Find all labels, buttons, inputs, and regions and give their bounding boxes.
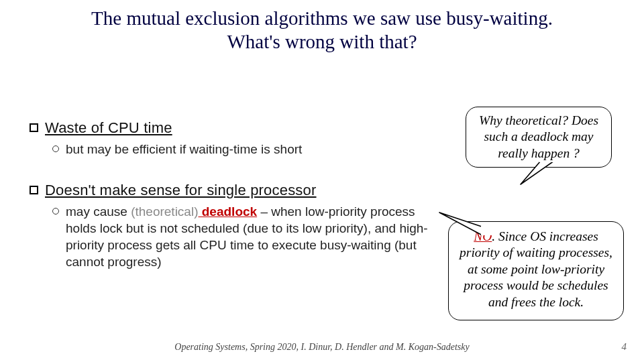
bullet-item: Waste of CPU time [30, 119, 429, 137]
text-fragment: may cause [66, 204, 131, 219]
sub-bullet: may cause (theoretical) deadlock – when … [52, 203, 429, 270]
checkbox-bullet-icon [30, 186, 38, 194]
bullet-heading: Waste of CPU time [45, 119, 172, 137]
callout-why-theoretical: Why theoretical? Does such a deadlock ma… [466, 107, 612, 168]
circle-bullet-icon [52, 145, 59, 152]
text-no: NO [474, 229, 492, 243]
sub-bullet-text: may cause (theoretical) deadlock – when … [66, 203, 429, 270]
text-deadlock: deadlock [198, 204, 257, 219]
bullet-item: Doesn't make sense for single processor [30, 182, 429, 199]
text-theoretical: (theoretical) [131, 204, 198, 219]
slide: The mutual exclusion algorithms we saw u… [0, 0, 644, 362]
slide-footer: Operating Systems, Spring 2020, I. Dinur… [0, 342, 644, 353]
slide-body: Waste of CPU time but may be efficient i… [30, 119, 429, 286]
sub-bullet-text: but may be efficient if waiting-time is … [66, 141, 302, 158]
bullet-heading: Doesn't make sense for single processor [45, 182, 317, 199]
slide-title: The mutual exclusion algorithms we saw u… [0, 0, 644, 58]
circle-bullet-icon [52, 208, 59, 215]
callout-answer-no: NO. Since OS increases priority of waiti… [448, 221, 624, 320]
page-number: 4 [622, 341, 627, 353]
checkbox-bullet-icon [30, 123, 38, 132]
sub-bullet: but may be efficient if waiting-time is … [52, 141, 429, 158]
